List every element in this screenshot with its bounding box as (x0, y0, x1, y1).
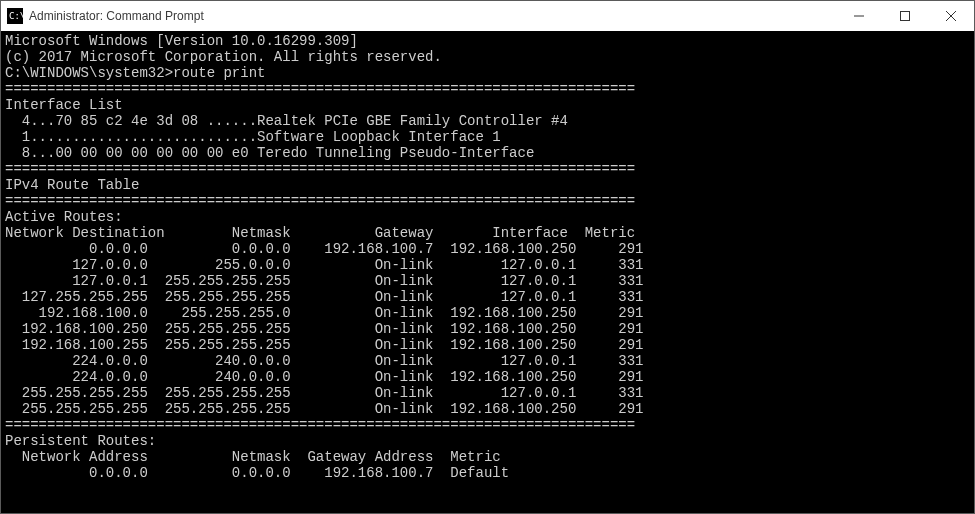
terminal-line: 255.255.255.255 255.255.255.255 On-link … (5, 401, 970, 417)
terminal-line: 224.0.0.0 240.0.0.0 On-link 127.0.0.1 33… (5, 353, 970, 369)
terminal-line: 0.0.0.0 0.0.0.0 192.168.100.7 192.168.10… (5, 241, 970, 257)
cmd-icon: C:\ (7, 8, 23, 24)
svg-text:C:\: C:\ (9, 11, 23, 21)
maximize-button[interactable] (882, 1, 928, 31)
terminal-line: 192.168.100.255 255.255.255.255 On-link … (5, 337, 970, 353)
terminal-line: IPv4 Route Table (5, 177, 970, 193)
terminal-line: 127.255.255.255 255.255.255.255 On-link … (5, 289, 970, 305)
terminal-line: 8...00 00 00 00 00 00 00 e0 Teredo Tunne… (5, 145, 970, 161)
terminal-line: ========================================… (5, 161, 970, 177)
terminal-line: Network Destination Netmask Gateway Inte… (5, 225, 970, 241)
terminal-line: Interface List (5, 97, 970, 113)
terminal-line: ========================================… (5, 417, 970, 433)
terminal-line: Active Routes: (5, 209, 970, 225)
terminal-line: 127.0.0.0 255.0.0.0 On-link 127.0.0.1 33… (5, 257, 970, 273)
window-controls (836, 1, 974, 31)
terminal-line: 127.0.0.1 255.255.255.255 On-link 127.0.… (5, 273, 970, 289)
command-prompt-window: C:\ Administrator: Command Prompt Micros… (0, 0, 975, 514)
terminal-line: Network Address Netmask Gateway Address … (5, 449, 970, 465)
terminal-line: 255.255.255.255 255.255.255.255 On-link … (5, 385, 970, 401)
terminal-line: 224.0.0.0 240.0.0.0 On-link 192.168.100.… (5, 369, 970, 385)
close-button[interactable] (928, 1, 974, 31)
terminal-line: ========================================… (5, 193, 970, 209)
svg-rect-3 (901, 12, 910, 21)
terminal-line: 192.168.100.0 255.255.255.0 On-link 192.… (5, 305, 970, 321)
terminal-line: ========================================… (5, 81, 970, 97)
terminal-line: Persistent Routes: (5, 433, 970, 449)
titlebar[interactable]: C:\ Administrator: Command Prompt (1, 1, 974, 31)
terminal-line: 192.168.100.250 255.255.255.255 On-link … (5, 321, 970, 337)
terminal-line: 0.0.0.0 0.0.0.0 192.168.100.7 Default (5, 465, 970, 481)
terminal-output[interactable]: Microsoft Windows [Version 10.0.16299.30… (1, 31, 974, 513)
minimize-button[interactable] (836, 1, 882, 31)
terminal-line: Microsoft Windows [Version 10.0.16299.30… (5, 33, 970, 49)
terminal-line: 1...........................Software Loo… (5, 129, 970, 145)
terminal-line: C:\WINDOWS\system32>route print (5, 65, 970, 81)
window-title: Administrator: Command Prompt (29, 9, 204, 23)
terminal-line: 4...70 85 c2 4e 3d 08 ......Realtek PCIe… (5, 113, 970, 129)
terminal-line: (c) 2017 Microsoft Corporation. All righ… (5, 49, 970, 65)
